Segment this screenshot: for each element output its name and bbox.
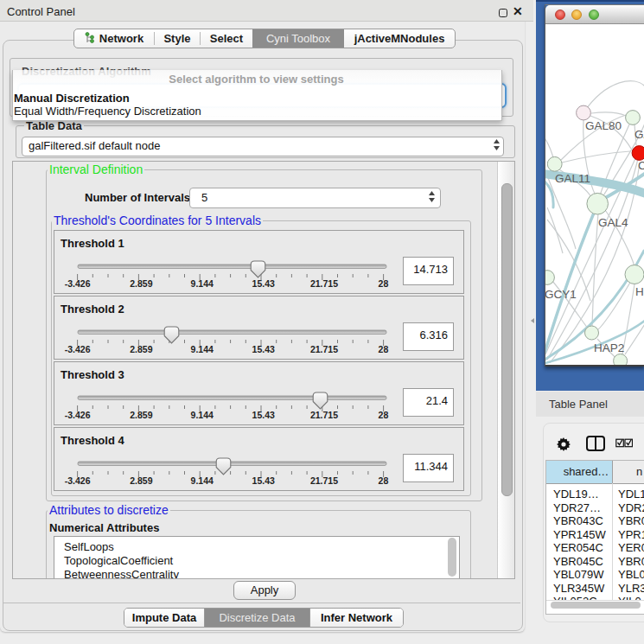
svg-text:H: H [635, 285, 644, 298]
svg-text:GAL80: GAL80 [585, 119, 622, 132]
svg-text:2.859: 2.859 [130, 344, 152, 354]
svg-text:21.715: 21.715 [310, 410, 338, 420]
svg-text:28: 28 [379, 344, 389, 354]
svg-text:15.43: 15.43 [252, 475, 275, 486]
svg-text:GA: GA [634, 128, 644, 141]
svg-text:-3.426: -3.426 [65, 475, 91, 486]
svg-text:21.715: 21.715 [310, 278, 338, 289]
svg-text:21.715: 21.715 [310, 344, 338, 354]
svg-text:2.859: 2.859 [130, 410, 152, 420]
svg-text:15.43: 15.43 [252, 344, 275, 354]
svg-text:2.859: 2.859 [130, 475, 152, 486]
svg-text:21.715: 21.715 [310, 475, 338, 486]
svg-text:2.859: 2.859 [130, 278, 152, 289]
svg-text:28: 28 [379, 410, 389, 420]
svg-text:9.144: 9.144 [191, 475, 214, 486]
svg-text:C: C [638, 159, 644, 172]
svg-text:HAP2: HAP2 [594, 341, 624, 354]
svg-text:9.144: 9.144 [191, 410, 214, 420]
svg-text:28: 28 [379, 278, 389, 289]
svg-text:GAL11: GAL11 [555, 172, 590, 185]
svg-text:-3.426: -3.426 [65, 278, 91, 289]
svg-text:15.43: 15.43 [252, 410, 275, 420]
svg-text:15.43: 15.43 [252, 278, 275, 289]
svg-text:9.144: 9.144 [191, 278, 214, 289]
svg-text:-3.426: -3.426 [65, 344, 91, 354]
svg-text:28: 28 [379, 475, 389, 486]
svg-text:GCY1: GCY1 [545, 288, 577, 301]
svg-text:GAL4: GAL4 [598, 216, 628, 229]
svg-text:-3.426: -3.426 [65, 410, 91, 420]
svg-text:9.144: 9.144 [191, 344, 214, 354]
